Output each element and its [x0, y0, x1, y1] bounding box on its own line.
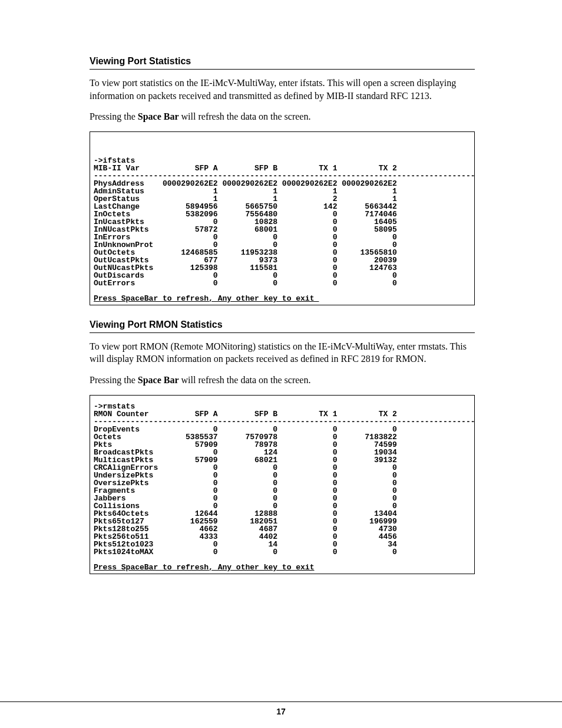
text: Pressing the: [90, 375, 138, 385]
spacebar-bold: Space Bar: [138, 375, 179, 385]
terminal-ifstats: ->ifstats MIB-II Var SFP A SFP B TX 1 TX…: [90, 131, 475, 305]
section2-paragraph1: To view port RMON (Remote MONitoring) st…: [90, 340, 475, 365]
page-number: 17: [88, 707, 474, 716]
terminal-footer: Press SpaceBar to refresh, Any other key…: [94, 294, 319, 303]
terminal-footer: Press SpaceBar to refresh, Any other key…: [94, 563, 314, 572]
section-rule: [90, 332, 475, 333]
section-rule: [90, 69, 475, 70]
section2-paragraph2: Pressing the Space Bar will refresh the …: [90, 374, 475, 387]
terminal-rmstats: ->rmstats RMON Counter SFP A SFP B TX 1 …: [90, 395, 475, 574]
section-title-rmon-stats: Viewing Port RMON Statistics: [90, 319, 475, 330]
section-title-port-stats: Viewing Port Statistics: [90, 56, 475, 67]
page: Viewing Port Statistics To view port sta…: [0, 0, 562, 728]
text: will refresh the data on the screen.: [179, 375, 311, 385]
page-footer: 17: [0, 701, 562, 716]
text: will refresh the data on the screen.: [179, 111, 311, 121]
section1-paragraph2: Pressing the Space Bar will refresh the …: [90, 110, 475, 123]
spacebar-bold: Space Bar: [138, 111, 179, 121]
section1-paragraph1: To view port statistics on the IE-iMcV-M…: [90, 77, 475, 102]
text: Pressing the: [90, 111, 138, 121]
